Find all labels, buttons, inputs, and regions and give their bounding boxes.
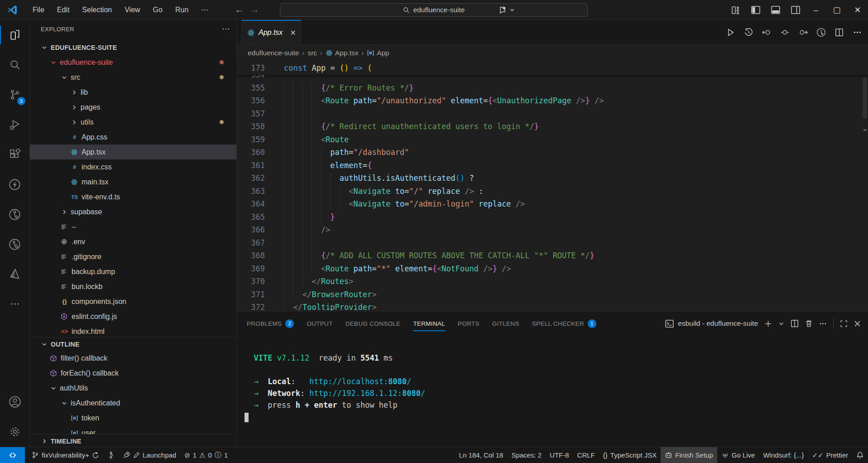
outline-section-header[interactable]: OUTLINE: [30, 337, 236, 351]
go-live-item[interactable]: Go Live: [717, 447, 759, 463]
toggle-secondary-sidebar-icon[interactable]: [786, 0, 806, 20]
outline-isauthenticated[interactable]: isAuthenticated: [30, 395, 236, 410]
toggle-panel-icon[interactable]: [766, 0, 786, 20]
code-line-372[interactable]: 372</TooltipProvider>: [237, 301, 868, 311]
file-edufluence-suite[interactable]: edufluence-suite: [30, 55, 236, 70]
file-src[interactable]: src: [30, 70, 236, 85]
code-line-356[interactable]: 356<Route path="/unauthorized" element={…: [237, 94, 868, 107]
menu-edit[interactable]: Edit: [51, 3, 76, 17]
finish-setup-item[interactable]: Finish Setup: [661, 447, 717, 463]
menu-more[interactable]: ⋯: [195, 3, 215, 17]
code-line-365[interactable]: 365}: [237, 211, 868, 224]
split-editor-icon[interactable]: [832, 25, 846, 40]
language-mode-item[interactable]: {} TypeScript JSX: [599, 447, 661, 463]
kill-terminal-icon[interactable]: [805, 319, 813, 328]
file-app-css[interactable]: #App.css: [30, 130, 236, 145]
cursor-position-item[interactable]: Ln 184, Col 18: [455, 447, 508, 463]
sidebar-item-extensions[interactable]: [0, 140, 30, 169]
file-edufluence-suite[interactable]: EDUFLUENCE-SUITE: [30, 40, 236, 55]
outline-filter-callback[interactable]: filter() callback: [30, 351, 236, 366]
editor-more-actions-icon[interactable]: [850, 25, 864, 40]
file-bun-lockb[interactable]: bun.lockb: [30, 279, 236, 294]
panel-tab-debug-console[interactable]: DEBUG CONSOLE: [345, 311, 401, 336]
sidebar-item-prism-extension[interactable]: [0, 259, 30, 289]
terminal-instance[interactable]: esbuild - edufluence-suite: [665, 319, 758, 328]
sidebar-item-source-control[interactable]: 3: [0, 80, 30, 110]
prettier-item[interactable]: ✓✓ Prettier: [808, 447, 853, 463]
problems-item[interactable]: ⊘1 ⚠0 ⓘ1: [180, 447, 232, 463]
panel-tab-gitlens[interactable]: GITLENS: [492, 311, 519, 336]
breadcrumb-app-tsx[interactable]: App.tsx: [326, 49, 359, 57]
code-line-360[interactable]: 360path="/dashboard": [237, 146, 868, 159]
file-index-css[interactable]: #index.css: [30, 159, 236, 174]
more-views-icon[interactable]: [0, 289, 30, 319]
code-line-364[interactable]: 364<Navigate to="/admin-login" replace /…: [237, 198, 868, 211]
sidebar-item-search[interactable]: [0, 50, 30, 80]
outline-foreach-callback[interactable]: forEach() callback: [30, 366, 236, 381]
split-terminal-icon[interactable]: [791, 319, 799, 328]
minimize-button[interactable]: –: [806, 0, 826, 20]
current-change-icon[interactable]: [777, 25, 792, 40]
code-line-357[interactable]: 357: [237, 107, 868, 121]
menu-selection[interactable]: Selection: [76, 3, 118, 17]
terminal-output[interactable]: VITE v7.1.12 ready in 5541 ms → Local: h…: [237, 336, 868, 423]
outline-authutils[interactable]: authUtils: [30, 381, 236, 395]
code-line-354[interactable]: 354: [237, 75, 868, 82]
file-eslint-config-js[interactable]: eslint.config.js: [30, 309, 236, 324]
file-index-html[interactable]: <>index.html: [30, 324, 236, 337]
file--[interactable]: --: [30, 219, 236, 234]
git-graph-item[interactable]: [103, 447, 119, 463]
nav-forward-icon[interactable]: →: [250, 5, 259, 15]
close-button[interactable]: ✕: [847, 0, 868, 20]
sticky-scroll-line[interactable]: 173const App = () => (: [237, 61, 868, 75]
sidebar-item-gitlens-inspect[interactable]: [0, 229, 30, 259]
customize-layout-icon[interactable]: [726, 0, 746, 20]
panel-more-actions-icon[interactable]: [819, 320, 827, 328]
menu-view[interactable]: View: [118, 3, 146, 17]
indentation-item[interactable]: Spaces: 2: [507, 447, 546, 463]
breadcrumb-app[interactable]: App: [367, 49, 389, 57]
code-editor[interactable]: 354355{/* Error Routes */}356<Route path…: [237, 75, 868, 311]
panel-tab-output[interactable]: OUTPUT: [307, 311, 332, 336]
panel-tab-ports[interactable]: PORTS: [458, 311, 480, 336]
windsurf-item[interactable]: Windsurf: {...}: [759, 447, 808, 463]
explorer-more-icon[interactable]: ⋯: [222, 24, 230, 34]
file-app-tsx[interactable]: App.tsx: [30, 145, 236, 159]
file-supabase[interactable]: supabase: [30, 204, 236, 219]
code-line-369[interactable]: 369<Route path="*" element={<NotFound />…: [237, 262, 868, 275]
code-line-366[interactable]: 366/>: [237, 223, 868, 236]
file--gitignore[interactable]: .gitignore: [30, 249, 236, 264]
tab-app-tsx[interactable]: App.tsx ✕: [241, 20, 301, 44]
tab-close-icon[interactable]: ✕: [290, 29, 296, 37]
code-line-361[interactable]: 361element={: [237, 159, 868, 172]
code-line-362[interactable]: 362authUtils.isAuthenticated() ?: [237, 172, 868, 185]
menu-go[interactable]: Go: [147, 3, 169, 17]
code-line-371[interactable]: 371</BrowserRouter>: [237, 288, 868, 301]
code-line-359[interactable]: 359<Route: [237, 133, 868, 146]
outline-token[interactable]: token: [30, 410, 236, 425]
next-change-icon[interactable]: [796, 25, 810, 40]
encoding-item[interactable]: UTF-8: [546, 447, 573, 463]
notifications-bell-icon[interactable]: [852, 447, 868, 463]
sidebar-item-explorer[interactable]: [0, 20, 30, 50]
toggle-sidebar-icon[interactable]: [746, 0, 766, 20]
file--env[interactable]: .env: [30, 234, 236, 249]
terminal-dropdown-icon[interactable]: [778, 321, 784, 327]
menu-run[interactable]: Run: [169, 3, 195, 17]
code-line-363[interactable]: 363<Navigate to="/" replace /> :: [237, 185, 868, 198]
prev-change-icon[interactable]: [759, 25, 774, 40]
code-line-358[interactable]: 358{/* Redirect unauthenticated users to…: [237, 120, 868, 133]
sidebar-item-gitlens[interactable]: [0, 199, 30, 229]
outline-user[interactable]: user: [30, 425, 236, 434]
settings-gear-icon[interactable]: [0, 417, 30, 447]
new-terminal-icon[interactable]: [764, 320, 772, 328]
file-pages[interactable]: pages: [30, 100, 236, 115]
code-line-367[interactable]: 367: [237, 236, 868, 250]
sidebar-item-run-debug[interactable]: [0, 110, 30, 140]
run-button[interactable]: [723, 25, 738, 40]
code-line-355[interactable]: 355{/* Error Routes */}: [237, 82, 868, 95]
command-center[interactable]: edufluence-suite: [280, 3, 588, 17]
code-line-370[interactable]: 370</Routes>: [237, 275, 868, 288]
panel-tab-problems[interactable]: PROBLEMS2: [247, 311, 294, 336]
timeline-history-icon[interactable]: [741, 25, 756, 40]
